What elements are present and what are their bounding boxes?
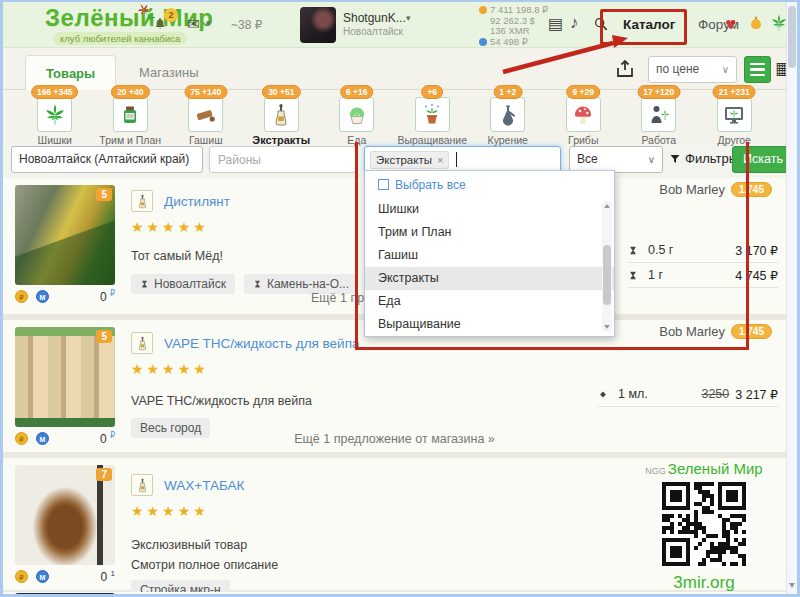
category-work[interactable]: 17 +120 Работа <box>621 90 697 144</box>
toolbar: Товары Магазины по цене∨ ▦ <box>3 48 786 90</box>
category-count-badge: 20 +40 <box>111 85 149 99</box>
category-count-badge: 30 +51 <box>262 85 300 99</box>
category-growing[interactable]: +6 Выращивание <box>395 90 471 144</box>
product-row: 7 ₽ M 0 1 WAX+ТАБАК ★★★★★ Экслюзивный то… <box>3 458 786 590</box>
dropdown-option[interactable]: Шишки <box>365 198 614 221</box>
user-name[interactable]: ShotgunK... <box>343 11 406 25</box>
hourglass-icon <box>253 278 262 290</box>
product-thumbnail[interactable]: 7 <box>15 465 115 565</box>
bong-icon <box>490 97 525 132</box>
shop-banner[interactable]: NGGЗеленый Мир 3mir.org MAGIC GRASS SHOP… <box>636 460 772 594</box>
product-description: Смотри полное описание <box>131 558 278 572</box>
hourglass-icon <box>140 278 149 290</box>
messages-chevron-icon[interactable]: ▾ <box>206 18 211 28</box>
extract-bottle-icon <box>131 474 153 496</box>
catalog-page: Зелёный Мир клуб любителей каннабиса 2 ✉… <box>0 0 800 597</box>
category-count-badge: 6 +16 <box>340 85 374 99</box>
more-offers-link[interactable]: Ещё 1 предложение от магазина » <box>3 432 786 446</box>
user-avatar[interactable] <box>300 7 336 43</box>
alt-coin-icon <box>479 38 487 46</box>
search-button[interactable]: Искать <box>732 146 794 173</box>
category-extracts[interactable]: 30 +51 Экстракты на форуме » <box>244 90 320 144</box>
dropdown-scrollbar[interactable] <box>602 201 612 332</box>
category-hashish[interactable]: 75 +140 Гашиш <box>168 90 244 144</box>
product-counters: ₽ M 0 1 <box>15 569 115 584</box>
banner-url: 3mir.org <box>636 573 772 593</box>
rating-stars: ★★★★★ <box>131 503 571 519</box>
seller-name[interactable]: Bob Marley <box>659 324 725 339</box>
photo-count-badge: 5 <box>96 330 112 343</box>
product-thumbnail[interactable]: MAGIC 502 <box>15 593 115 594</box>
type-select[interactable]: Все∨ <box>569 146 663 173</box>
jar-icon <box>113 97 148 132</box>
btc-coin-icon <box>479 6 487 14</box>
chip-remove-icon[interactable]: × <box>437 154 443 166</box>
scroll-up-icon[interactable] <box>604 204 610 208</box>
category-food[interactable]: 6 +16 Еда <box>319 90 395 144</box>
scrollbar-thumb[interactable] <box>603 245 611 305</box>
product-thumbnail[interactable]: 5 <box>15 327 115 427</box>
messages-envelope-icon[interactable]: ✉ <box>187 15 200 33</box>
wallet-row-rub2: 54 498 ₽ <box>479 37 548 48</box>
wallet-row-btc: 7 411 198.8 ₽ <box>479 5 548 16</box>
dropdown-option[interactable]: Трим и План <box>365 221 614 244</box>
price-row[interactable]: 1 г 4 745 ₽ <box>628 263 778 288</box>
product-thumbnail[interactable]: 5 <box>15 185 115 285</box>
dropdown-option-highlighted[interactable]: Экстракты <box>365 267 614 290</box>
category-smoking[interactable]: 1 +2 Курение <box>470 90 546 144</box>
user-menu-chevron-icon[interactable]: ▾ <box>406 13 411 23</box>
category-other[interactable]: 21 +231 Другое <box>697 90 773 144</box>
category-count-badge: 166 +345 <box>31 85 79 99</box>
banner-prefix: NGG <box>645 466 666 476</box>
product-description: VAPE THC/жидкость для вейпа <box>131 394 312 408</box>
category-mushrooms[interactable]: 9 +29 Грибы <box>546 90 622 144</box>
category-count-badge: 75 +140 <box>184 85 227 99</box>
category-dropdown: Выбрать все Шишки Трим и План Гашиш Экст… <box>364 170 615 337</box>
funnel-icon <box>669 153 681 165</box>
scroll-down-icon[interactable] <box>789 583 795 588</box>
checkbox-icon[interactable] <box>378 179 389 190</box>
page-scrollbar[interactable] <box>786 2 797 594</box>
select-all-option[interactable]: Выбрать все <box>365 171 614 198</box>
product-title-link[interactable]: WAX+ТАБАК <box>164 478 244 493</box>
filters-toggle[interactable]: Фильтры <box>669 151 738 166</box>
berries-icon[interactable] <box>722 16 739 33</box>
search-icon[interactable] <box>593 16 609 32</box>
location-tag[interactable]: Новоалтайск <box>131 274 235 294</box>
more-offers-link[interactable]: Ещё 1 пре <box>311 291 371 305</box>
category-tags-input[interactable]: Экстракты× <box>364 146 561 173</box>
account-balance: ~38 ₽ <box>231 18 262 32</box>
price-row[interactable]: 1 мл. 3250 3 217 ₽ <box>598 382 778 407</box>
monitor-icon <box>717 97 752 132</box>
music-icon[interactable]: ♪ <box>570 13 579 33</box>
nav-catalog[interactable]: Каталог <box>623 17 675 32</box>
product-title-link[interactable]: Дистилянт <box>164 194 230 209</box>
extract-bottle-icon <box>131 332 153 354</box>
seller-rating-badge: 1.745 <box>731 324 772 339</box>
category-trim[interactable]: 20 +40 Трим и План <box>93 90 169 144</box>
banner-title: Зеленый Мир <box>668 460 763 477</box>
product-title-link[interactable]: VAPE THC/жидкость для вейпа <box>164 336 359 351</box>
sort-chevron-icon: ∨ <box>722 57 729 82</box>
selected-category-chip[interactable]: Экстракты× <box>370 151 449 169</box>
dropdown-option[interactable]: Выращивание <box>365 313 614 336</box>
list-view-button[interactable] <box>744 56 771 83</box>
city-chevron-icon: ∨ <box>188 172 195 173</box>
share-icon[interactable] <box>613 57 639 82</box>
notes-icon[interactable]: ▤ <box>548 14 563 33</box>
money-bag-icon[interactable] <box>747 14 765 32</box>
category-shishki[interactable]: 166 +345 Шишки <box>17 90 93 144</box>
scroll-down-icon[interactable] <box>604 325 610 329</box>
dropdown-option[interactable]: Еда <box>365 290 614 313</box>
scrollbar-thumb[interactable] <box>788 6 796 68</box>
seller-info: Bob Marley 1.745 <box>659 182 772 197</box>
text-caret <box>456 152 457 167</box>
seller-name[interactable]: Bob Marley <box>659 182 725 197</box>
districts-input[interactable] <box>209 146 356 173</box>
dropdown-option[interactable]: Гашиш <box>365 244 614 267</box>
price-row[interactable]: 0.5 г 3 170 ₽ <box>628 238 778 263</box>
sort-select[interactable]: по цене∨ <box>648 56 737 83</box>
cannabis-leaf-icon <box>37 97 72 132</box>
instant-diamond-icon <box>598 388 608 401</box>
city-select[interactable]: Новоалтайск (Алтайский край)∨ <box>11 146 203 173</box>
